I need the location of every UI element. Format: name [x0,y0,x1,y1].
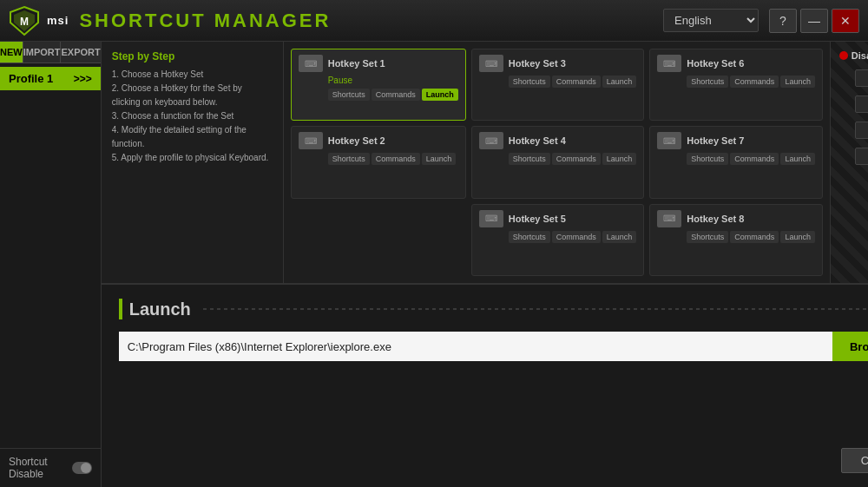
hk1-commands-btn[interactable]: Commands [372,89,420,101]
hotkey-set-8-btns: Shortcuts Commands Launch [687,231,815,243]
hk3-shortcuts-btn[interactable]: Shortcuts [509,76,550,88]
hk7-commands-btn[interactable]: Commands [730,153,779,165]
brand-text: msi [47,14,69,27]
disabled-key-slot-3 [855,122,868,139]
step-4: 4. Modify the detailed setting of the fu… [112,123,273,151]
hotkey-set-2[interactable]: ⌨ Hotkey Set 2 Shortcuts Commands Launch [291,126,466,198]
help-button[interactable]: ? [769,9,797,33]
hotkey-set-8-name: Hotkey Set 8 [687,214,744,224]
hk2-launch-btn[interactable]: Launch [422,153,457,165]
hotkey-set-1-btns: Shortcuts Commands Launch [328,89,458,101]
main-container: NEW IMPORT EXPORT Profile 1 >>> Shortcut… [0,42,868,487]
app-title: SHORTCUT MANAGER [79,10,331,32]
hk1-launch-btn[interactable]: Launch [422,89,458,101]
hotkey-set-5-btns: Shortcuts Commands Launch [509,231,637,243]
tab-new[interactable]: NEW [0,42,23,63]
hotkey-set-2-name: Hotkey Set 2 [328,135,385,146]
hotkey-set-6-btns: Shortcuts Commands Launch [687,76,815,88]
hotkey-set-1-pause: Pause [328,76,458,85]
language-selector[interactable]: English [663,9,759,32]
keyboard-icon-7: ⌨ [657,132,681,149]
hk5-shortcuts-btn[interactable]: Shortcuts [509,231,550,243]
tab-export[interactable]: EXPORT [61,42,100,63]
hk8-commands-btn[interactable]: Commands [730,231,779,243]
step-3: 3. Choose a function for the Set [112,109,273,123]
launch-title: Launch [129,299,191,319]
hk2-shortcuts-btn[interactable]: Shortcuts [328,153,370,165]
disabled-keys-title: Disabled Keys [839,50,868,61]
upper-content: Step by Step 1. Choose a Hotkey Set 2. C… [102,42,868,285]
hotkeys-grid: ⌨ Hotkey Set 1 Pause Shortcuts Commands … [284,42,830,283]
hotkey-set-4-name: Hotkey Set 4 [509,135,566,146]
hk3-launch-btn[interactable]: Launch [602,76,637,88]
hotkey-set-7-name: Hotkey Set 7 [687,135,744,146]
hotkey-set-3-btns: Shortcuts Commands Launch [509,76,637,88]
hk8-launch-btn[interactable]: Launch [780,231,815,243]
keyboard-icon-4: ⌨ [479,132,503,149]
launch-path-input[interactable] [119,332,832,361]
hk3-commands-btn[interactable]: Commands [552,76,601,88]
profile-arrows-icon: >>> [74,73,92,85]
keyboard-icon-1: ⌨ [299,55,323,72]
hk6-shortcuts-btn[interactable]: Shortcuts [687,76,728,88]
hk6-launch-btn[interactable]: Launch [780,76,815,88]
hotkey-set-1[interactable]: ⌨ Hotkey Set 1 Pause Shortcuts Commands … [291,49,466,121]
browse-button[interactable]: Browse [832,332,868,361]
hk5-commands-btn[interactable]: Commands [552,231,601,243]
shortcut-disable-toggle[interactable]: Shortcut Disable [0,448,101,487]
profile-item[interactable]: Profile 1 >>> [0,67,101,90]
hk4-commands-btn[interactable]: Commands [552,153,601,165]
step-2: 2. Choose a Hotkey for the Set by clicki… [112,82,273,109]
disabled-dot-icon [839,51,848,60]
minimize-button[interactable]: — [800,9,828,33]
hk8-shortcuts-btn[interactable]: Shortcuts [687,231,728,243]
hk5-launch-btn[interactable]: Launch [602,231,637,243]
hotkey-set-3[interactable]: ⌨ Hotkey Set 3 Shortcuts Commands Launch [471,49,645,121]
hotkey-set-4[interactable]: ⌨ Hotkey Set 4 Shortcuts Commands Launch [471,126,645,198]
logo-area: M msi SHORTCUT MANAGER [9,5,331,36]
hotkey-set-5[interactable]: ⌨ Hotkey Set 5 Shortcuts Commands Launch [471,204,645,276]
hk7-launch-btn[interactable]: Launch [780,153,815,165]
content-area: Step by Step 1. Choose a Hotkey Set 2. C… [102,42,868,487]
hotkey-set-7-btns: Shortcuts Commands Launch [687,153,815,165]
keyboard-icon-8: ⌨ [657,210,681,227]
launch-bar-decoration [119,299,122,319]
profile-label: Profile 1 [9,72,53,85]
hotkey-set-2-btns: Shortcuts Commands Launch [328,153,458,165]
step-by-step-title: Step by Step [112,50,273,63]
keyboard-icon-3: ⌨ [479,55,503,72]
step-list: 1. Choose a Hotkey Set 2. Choose a Hotke… [112,68,273,165]
keyboard-icon-2: ⌨ [299,132,323,149]
hk7-shortcuts-btn[interactable]: Shortcuts [687,153,728,165]
hotkey-set-8[interactable]: ⌨ Hotkey Set 8 Shortcuts Commands Launch [649,204,823,276]
step-5: 5. Apply the profile to physical Keyboar… [112,151,273,165]
hotkey-set-5-name: Hotkey Set 5 [509,214,566,224]
hotkey-set-7[interactable]: ⌨ Hotkey Set 7 Shortcuts Commands Launch [649,126,823,198]
disabled-keys-label: Disabled Keys [852,50,868,61]
hotkey-set-4-btns: Shortcuts Commands Launch [509,153,637,165]
disabled-key-slot-1 [855,69,868,87]
language-dropdown[interactable]: English [663,9,759,32]
toggle-switch[interactable] [72,462,92,474]
hotkey-set-6[interactable]: ⌨ Hotkey Set 6 Shortcuts Commands Launch [649,49,823,121]
launch-header: Launch [119,299,868,319]
close-button[interactable]: ✕ [832,9,859,33]
hk6-commands-btn[interactable]: Commands [730,76,779,88]
shortcut-disable-label: Shortcut Disable [9,456,72,480]
disabled-key-slot-2 [855,95,868,113]
step-1: 1. Choose a Hotkey Set [112,68,273,82]
disabled-keys-panel: Disabled Keys [830,42,868,283]
shield-icon: M [9,5,40,36]
hk4-shortcuts-btn[interactable]: Shortcuts [509,153,550,165]
keyboard-icon-5: ⌨ [479,210,503,227]
step-by-step-panel: Step by Step 1. Choose a Hotkey Set 2. C… [102,42,284,283]
launch-dots-decoration [203,308,868,310]
clear-button[interactable]: Clear [841,448,868,473]
tab-import[interactable]: IMPORT [23,42,62,63]
launch-input-row: Browse [119,332,868,361]
keyboard-icon-6: ⌨ [657,55,681,72]
title-bar: M msi SHORTCUT MANAGER English ? — ✕ [0,0,868,42]
hk4-launch-btn[interactable]: Launch [602,153,637,165]
hk2-commands-btn[interactable]: Commands [372,153,420,165]
hk1-shortcuts-btn[interactable]: Shortcuts [328,89,370,101]
